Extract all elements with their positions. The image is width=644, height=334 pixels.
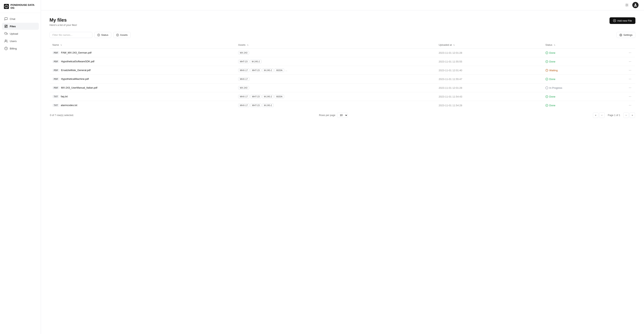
cell-uploaded-at: 2023-11-01 11:54:28 bbox=[436, 101, 543, 110]
cell-assets: MHX-17MHT-23M-245-2 bbox=[236, 101, 436, 110]
svg-rect-3 bbox=[5, 27, 6, 28]
asset-tag: M-245-2 bbox=[262, 104, 274, 107]
next-page-button[interactable]: › bbox=[623, 113, 629, 118]
chat-icon bbox=[4, 17, 8, 21]
sidebar-item-label-billing: Billing bbox=[10, 47, 17, 50]
user-avatar-button[interactable] bbox=[632, 2, 638, 8]
main-wrapper: My files Here's a list of your files! Ad… bbox=[41, 0, 644, 334]
sidebar-item-chat[interactable]: Chat bbox=[2, 15, 39, 22]
row-actions-button[interactable]: ··· bbox=[628, 51, 632, 55]
cell-assets: MHX-17MHT-23M-245-26820A bbox=[236, 92, 436, 101]
settings-label: Settings bbox=[623, 33, 632, 36]
prev-page-button[interactable]: ‹ bbox=[599, 113, 605, 118]
file-type-badge: PDF bbox=[52, 77, 60, 81]
status-cell: Done bbox=[545, 51, 622, 54]
asset-tag: MHT-23 bbox=[250, 95, 262, 98]
status-label: Done bbox=[549, 104, 555, 107]
filter-input[interactable] bbox=[50, 32, 92, 38]
cell-name: PDFHypotheticalMachine.pdf bbox=[50, 75, 236, 83]
cell-uploaded-at: 2023-11-01 11:55:55 bbox=[436, 57, 543, 66]
cell-name: PDFMX-243_UserManual_Italian.pdf bbox=[50, 83, 236, 92]
asset-tag: M-245-2 bbox=[250, 60, 262, 63]
plus-circle-icon bbox=[613, 19, 616, 22]
cell-name: PDFFAW_MX-243_German.pdf bbox=[50, 48, 236, 57]
main-content: My files Here's a list of your files! Ad… bbox=[41, 10, 644, 334]
row-actions-button[interactable]: ··· bbox=[628, 68, 632, 72]
cell-assets: MHT-23M-245-2 bbox=[236, 57, 436, 66]
asset-tag: 6820A bbox=[274, 95, 284, 98]
cell-status: Done bbox=[543, 57, 625, 66]
file-name: FAW_MX-243_German.pdf bbox=[61, 51, 92, 54]
sidebar-item-label-upload: Upload bbox=[10, 32, 18, 35]
sidebar-item-label-users: Users bbox=[10, 40, 16, 43]
asset-tag: M-245-2 bbox=[262, 68, 274, 72]
plus-icon-status bbox=[97, 34, 100, 36]
last-page-button[interactable]: » bbox=[630, 113, 635, 118]
plus-icon-assets bbox=[116, 34, 119, 36]
settings-button[interactable]: Settings bbox=[616, 32, 636, 38]
status-label: Done bbox=[549, 60, 555, 63]
first-page-button[interactable]: « bbox=[593, 113, 598, 118]
file-type-badge: PDF bbox=[52, 51, 60, 54]
sidebar-item-users[interactable]: Users bbox=[2, 37, 39, 45]
page-subtitle: Here's a list of your files! bbox=[50, 23, 77, 26]
file-name: MX-243_UserManual_Italian.pdf bbox=[61, 86, 97, 89]
row-actions-button[interactable]: ··· bbox=[628, 77, 632, 81]
col-assets[interactable]: Assets ⇅ bbox=[236, 42, 436, 48]
asset-tag: 6820A bbox=[274, 68, 284, 72]
col-status[interactable]: Status ⇅ bbox=[543, 42, 625, 48]
pagination-bar: 0 of 7 row(s) selected. Rows per page 10… bbox=[50, 110, 636, 118]
asset-tag: MHT-23 bbox=[238, 60, 249, 63]
row-actions-button[interactable]: ··· bbox=[628, 86, 632, 90]
table-body: PDFFAW_MX-243_German.pdfMX-2432023-11-01… bbox=[50, 48, 636, 110]
sidebar-item-label-files: Files bbox=[10, 25, 16, 28]
status-filter-button[interactable]: Status bbox=[94, 32, 111, 38]
user-icon bbox=[634, 3, 637, 7]
cell-uploaded-at: 2023-11-01 12:01:28 bbox=[436, 83, 543, 92]
svg-point-26 bbox=[620, 35, 621, 35]
asset-tag: MX-243 bbox=[238, 86, 249, 90]
cell-uploaded-at: 2023-11-01 12:01:28 bbox=[436, 48, 543, 57]
asset-tag: MHX-17 bbox=[238, 95, 250, 98]
row-actions-button[interactable]: ··· bbox=[628, 94, 632, 99]
assets-filter-button[interactable]: Assets bbox=[113, 32, 130, 38]
col-name[interactable]: Name ⇅ bbox=[50, 42, 236, 48]
row-actions-button[interactable]: ··· bbox=[628, 103, 632, 107]
row-actions-button[interactable]: ··· bbox=[628, 59, 632, 64]
sidebar-item-billing[interactable]: Billing bbox=[2, 45, 39, 52]
col-uploaded-at[interactable]: Uploaded at ⇅ bbox=[436, 42, 543, 48]
done-icon bbox=[545, 95, 548, 98]
topbar bbox=[41, 0, 644, 10]
status-filter-label: Status bbox=[101, 33, 108, 36]
theme-toggle-button[interactable] bbox=[624, 2, 630, 8]
status-label: Done bbox=[549, 51, 555, 54]
file-type-badge: TXT bbox=[52, 104, 59, 107]
sidebar-item-upload[interactable]: Upload bbox=[2, 30, 39, 37]
file-name: alarmcodes.txt bbox=[61, 104, 78, 107]
sidebar-item-files[interactable]: Files bbox=[2, 23, 39, 30]
logo-icon bbox=[4, 4, 9, 9]
rows-per-page-select[interactable]: 10 25 50 bbox=[337, 113, 348, 118]
cell-status: Done bbox=[543, 92, 625, 101]
files-icon bbox=[4, 24, 8, 28]
uploaded-sort-icon: ⇅ bbox=[453, 44, 455, 46]
cell-actions: ··· bbox=[625, 75, 636, 83]
cell-actions: ··· bbox=[625, 66, 636, 75]
cell-actions: ··· bbox=[625, 57, 636, 66]
cell-status: Done bbox=[543, 101, 625, 110]
done-icon bbox=[545, 104, 548, 107]
upload-icon bbox=[4, 32, 8, 35]
cell-assets: MHX-17MHT-23M-245-26820A... bbox=[236, 66, 436, 75]
cell-name: TXTalarmcodes.txt bbox=[50, 101, 236, 110]
cell-actions: ··· bbox=[625, 48, 636, 57]
asset-tag: MHX-17 bbox=[238, 68, 250, 72]
page-info: Page 1 of 1 bbox=[608, 114, 620, 117]
add-file-button[interactable]: Add new File bbox=[610, 17, 636, 24]
add-file-label: Add new File bbox=[617, 19, 632, 22]
status-label: Done bbox=[549, 95, 555, 98]
assets-sort-icon: ⇅ bbox=[247, 44, 248, 46]
file-type-badge: PDF bbox=[52, 69, 60, 72]
page-title-block: My files Here's a list of your files! bbox=[50, 17, 77, 26]
table-row: PDFErsatzteilliste_General.pdfMHX-17MHT-… bbox=[50, 66, 636, 75]
users-icon bbox=[4, 39, 8, 43]
